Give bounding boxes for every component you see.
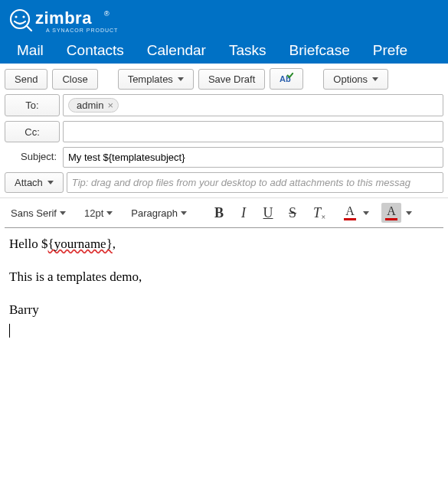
- options-label: Options: [333, 73, 368, 85]
- recipient-chip[interactable]: admin ×: [68, 98, 119, 113]
- underline-button[interactable]: U: [257, 203, 279, 223]
- chip-remove-icon[interactable]: ×: [107, 100, 113, 110]
- spell-error: {yourname}: [48, 237, 113, 251]
- message-body-editor[interactable]: Hello ${yourname}, This is a templates d…: [5, 227, 443, 472]
- nav-briefcase[interactable]: Briefcase: [289, 42, 350, 59]
- caret-down-icon: [178, 77, 184, 81]
- font-family-label: Sans Serif: [11, 207, 57, 219]
- svg-text:zimbra: zimbra: [35, 8, 92, 28]
- to-field[interactable]: admin ×: [63, 94, 443, 116]
- nav-preferences[interactable]: Prefe: [373, 42, 407, 59]
- caret-down-icon: [60, 211, 66, 215]
- text-color-button[interactable]: A: [342, 203, 358, 223]
- body-line: This is a templates demo,: [9, 269, 439, 286]
- format-toolbar: Sans Serif 12pt Paragraph B I U S T A A: [0, 197, 448, 227]
- templates-label: Templates: [128, 73, 173, 85]
- templates-dropdown[interactable]: Templates: [118, 69, 194, 90]
- paragraph-style-label: Paragraph: [131, 207, 178, 219]
- body-line: Hello ${yourname},: [9, 236, 439, 253]
- nav-mail[interactable]: Mail: [17, 42, 44, 59]
- compose-toolbar: Send Close Templates Save Draft Ab Optio…: [0, 64, 448, 94]
- bold-button[interactable]: B: [208, 203, 230, 223]
- caret-down-icon: [181, 211, 187, 215]
- font-size-label: 12pt: [84, 207, 103, 219]
- clear-format-button[interactable]: T: [306, 203, 328, 223]
- svg-point-2: [22, 15, 25, 18]
- nav-contacts[interactable]: Contacts: [67, 42, 124, 59]
- subject-label: Subject:: [5, 147, 60, 168]
- nav-calendar[interactable]: Calendar: [147, 42, 206, 59]
- caret-down-icon: [47, 181, 54, 184]
- nav-tasks[interactable]: Tasks: [229, 42, 267, 59]
- options-dropdown[interactable]: Options: [323, 69, 388, 90]
- svg-text:®: ®: [104, 10, 110, 18]
- attach-label: Attach: [15, 177, 43, 188]
- caret-down-icon[interactable]: [363, 211, 369, 215]
- caret-down-icon: [372, 77, 378, 81]
- highlight-color-button[interactable]: A: [381, 203, 401, 223]
- cc-field[interactable]: [63, 121, 443, 142]
- send-button[interactable]: Send: [5, 69, 47, 90]
- font-family-select[interactable]: Sans Serif: [8, 205, 69, 221]
- italic-button[interactable]: I: [233, 203, 254, 223]
- recipient-chip-label: admin: [77, 100, 103, 111]
- svg-text:A SYNACOR PRODUCT: A SYNACOR PRODUCT: [46, 28, 118, 33]
- spellcheck-button[interactable]: Ab: [270, 68, 303, 90]
- body-line: Barry: [9, 302, 439, 319]
- paragraph-style-select[interactable]: Paragraph: [128, 205, 190, 221]
- to-picker-button[interactable]: To:: [5, 94, 60, 116]
- svg-line-3: [27, 26, 31, 31]
- svg-point-1: [15, 15, 17, 18]
- font-size-select[interactable]: 12pt: [81, 205, 116, 221]
- caret-down-icon[interactable]: [406, 211, 412, 215]
- cc-picker-button[interactable]: Cc:: [5, 121, 60, 142]
- highlight-color-swatch: [385, 218, 397, 220]
- text-cursor: [9, 324, 10, 338]
- main-nav: Mail Contacts Calendar Tasks Briefcase P…: [6, 38, 442, 64]
- svg-text:Ab: Ab: [280, 74, 291, 83]
- text-color-swatch: [344, 218, 356, 220]
- brand-logo: zimbra ® A SYNACOR PRODUCT: [6, 3, 442, 38]
- attach-tip: Tip: drag and drop files from your deskt…: [67, 172, 443, 193]
- close-button[interactable]: Close: [52, 69, 97, 90]
- subject-input[interactable]: [63, 147, 443, 168]
- attach-dropdown[interactable]: Attach: [5, 172, 64, 193]
- save-draft-button[interactable]: Save Draft: [198, 69, 265, 90]
- strikethrough-button[interactable]: S: [282, 203, 303, 223]
- caret-down-icon: [106, 211, 113, 215]
- spellcheck-icon: Ab: [280, 73, 293, 85]
